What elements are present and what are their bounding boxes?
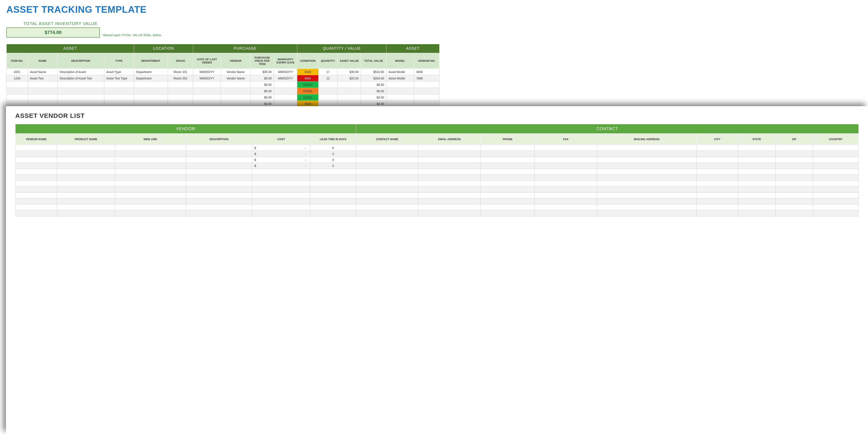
asset-row[interactable]: $0.00FAIR$0.00 <box>7 101 439 107</box>
asset-cell[interactable] <box>28 94 57 101</box>
asset-cell[interactable]: Department <box>134 75 168 82</box>
vendor-cell[interactable] <box>775 169 813 175</box>
vendor-cell[interactable] <box>57 157 115 163</box>
asset-cell[interactable] <box>134 82 168 88</box>
vendor-cell[interactable] <box>418 169 480 175</box>
vendor-cell[interactable] <box>418 163 480 169</box>
asset-cell[interactable] <box>274 101 297 107</box>
asset-cell[interactable]: $0.00 <box>251 82 274 88</box>
vendor-cell[interactable] <box>813 151 859 157</box>
vendor-row[interactable] <box>16 181 859 187</box>
vendor-cell[interactable] <box>310 187 356 193</box>
vendor-cell[interactable] <box>597 210 696 216</box>
vendor-cell[interactable] <box>16 157 57 163</box>
vendor-cell[interactable]: 0 <box>310 163 356 169</box>
vendor-cell[interactable] <box>252 181 310 187</box>
vendor-cell[interactable] <box>252 193 310 198</box>
vendor-row[interactable] <box>16 187 859 193</box>
vendor-cell[interactable] <box>535 187 597 193</box>
asset-cell[interactable] <box>104 82 134 88</box>
vendor-cell[interactable] <box>356 210 418 216</box>
vendor-cell[interactable] <box>738 193 775 198</box>
vendor-cell[interactable] <box>696 169 738 175</box>
asset-cell[interactable]: $0.00 <box>361 88 386 94</box>
vendor-cell[interactable] <box>310 198 356 205</box>
asset-cell[interactable] <box>318 88 338 94</box>
vendor-cell[interactable] <box>775 198 813 205</box>
vendor-cell[interactable] <box>356 187 418 193</box>
vendor-cell[interactable] <box>738 163 775 169</box>
asset-cell[interactable]: Asset Type <box>104 69 134 75</box>
vendor-cell[interactable] <box>252 210 310 216</box>
asset-cell[interactable]: $22.00 <box>338 75 361 82</box>
vendor-cell[interactable] <box>597 198 696 205</box>
asset-cell[interactable]: 3456 <box>414 69 439 75</box>
vendor-cell[interactable] <box>16 175 57 181</box>
asset-row[interactable]: $0.00GOOD$0.00 <box>7 82 439 88</box>
asset-cell[interactable]: Asset Model <box>386 75 414 82</box>
vendor-cell[interactable] <box>115 175 186 181</box>
vendor-cell[interactable] <box>418 151 480 157</box>
asset-cell[interactable] <box>274 94 297 101</box>
vendor-cell[interactable] <box>418 175 480 181</box>
vendor-cell[interactable] <box>696 181 738 187</box>
vendor-cell[interactable] <box>356 145 418 151</box>
vendor-cell[interactable] <box>418 198 480 205</box>
vendor-cell[interactable] <box>813 163 859 169</box>
vendor-cell[interactable] <box>16 210 57 216</box>
asset-cell[interactable]: Vendor Name <box>221 69 251 75</box>
vendor-cell[interactable] <box>252 198 310 205</box>
asset-cell[interactable] <box>7 88 28 94</box>
asset-cell[interactable]: $30.00 <box>338 69 361 75</box>
asset-cell[interactable]: 1234 <box>7 75 28 82</box>
vendor-cell[interactable] <box>356 175 418 181</box>
asset-cell[interactable]: GOOD <box>297 82 318 88</box>
vendor-cell[interactable] <box>738 198 775 205</box>
vendor-cell[interactable] <box>813 187 859 193</box>
vendor-cell[interactable] <box>813 193 859 198</box>
vendor-cell[interactable] <box>356 198 418 205</box>
asset-cell[interactable] <box>193 94 221 101</box>
vendor-cell[interactable] <box>535 151 597 157</box>
asset-cell[interactable] <box>221 101 251 107</box>
asset-cell[interactable] <box>338 82 361 88</box>
asset-cell[interactable]: $0.00 <box>251 88 274 94</box>
vendor-cell[interactable] <box>535 181 597 187</box>
vendor-cell[interactable] <box>535 193 597 198</box>
vendor-cell[interactable] <box>696 145 738 151</box>
vendor-cell[interactable] <box>186 169 252 175</box>
vendor-cell[interactable] <box>813 198 859 205</box>
vendor-cell[interactable] <box>115 151 186 157</box>
asset-cell[interactable]: $35.00 <box>251 69 274 75</box>
vendor-cell[interactable] <box>186 210 252 216</box>
vendor-cell[interactable]: $- <box>252 163 310 169</box>
asset-cell[interactable] <box>414 101 439 107</box>
vendor-cell[interactable] <box>535 169 597 175</box>
asset-cell[interactable] <box>193 88 221 94</box>
asset-cell[interactable]: $0.00 <box>251 75 274 82</box>
asset-cell[interactable] <box>7 101 28 107</box>
vendor-row[interactable] <box>16 193 859 198</box>
asset-cell[interactable] <box>104 101 134 107</box>
vendor-cell[interactable] <box>418 181 480 187</box>
vendor-cell[interactable] <box>813 145 859 151</box>
vendor-cell[interactable] <box>597 145 696 151</box>
vendor-cell[interactable] <box>597 151 696 157</box>
asset-cell[interactable] <box>134 88 168 94</box>
vendor-cell[interactable] <box>535 157 597 163</box>
vendor-cell[interactable] <box>186 187 252 193</box>
vendor-cell[interactable] <box>480 193 534 198</box>
vendor-cell[interactable]: $- <box>252 157 310 163</box>
vendor-cell[interactable] <box>57 175 115 181</box>
vendor-cell[interactable] <box>813 205 859 210</box>
vendor-cell[interactable] <box>115 193 186 198</box>
asset-cell[interactable] <box>338 101 361 107</box>
vendor-cell[interactable] <box>57 181 115 187</box>
vendor-cell[interactable] <box>115 198 186 205</box>
vendor-cell[interactable] <box>418 157 480 163</box>
vendor-cell[interactable] <box>813 210 859 216</box>
asset-cell[interactable]: $0.00 <box>361 82 386 88</box>
vendor-row[interactable]: $-0 <box>16 145 859 151</box>
asset-cell[interactable]: Description of Asset <box>57 69 104 75</box>
vendor-cell[interactable] <box>310 175 356 181</box>
